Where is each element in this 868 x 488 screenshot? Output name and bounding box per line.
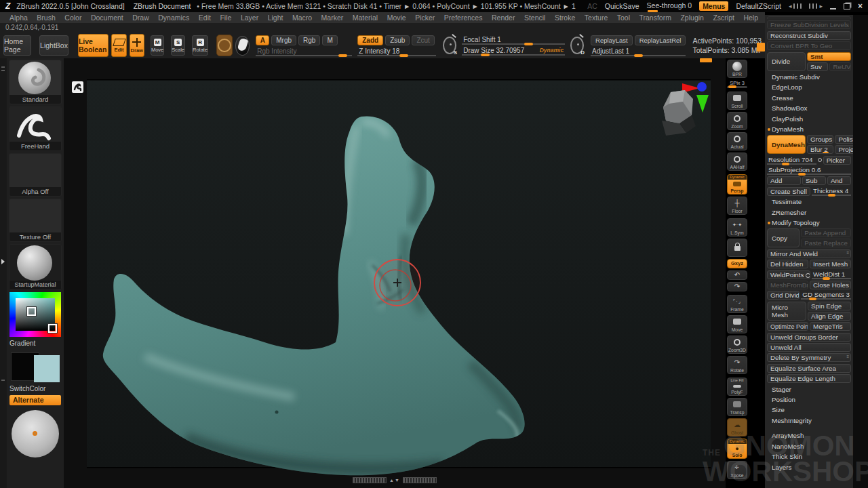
scale-button[interactable]: S Scale (171, 35, 185, 56)
draw-size-preview-sphere[interactable] (12, 410, 59, 458)
section-array-mesh[interactable]: ArrayMesh (767, 431, 851, 440)
menu-stencil[interactable]: Stencil (524, 14, 546, 22)
ghost-toggle[interactable]: ☁ Ghost (727, 418, 747, 436)
transparency-toggle[interactable]: Transp (727, 398, 747, 416)
stroke-type-indicator-icon[interactable] (72, 81, 83, 93)
z-intensity-slider[interactable]: Z Intensity 18 (357, 47, 436, 56)
gxyz-toggle[interactable]: Gxyz (727, 259, 747, 268)
unweld-groups-border-button[interactable]: Unweld Groups Border (767, 333, 851, 342)
move-button[interactable]: M Move (151, 35, 164, 56)
solo-toggle[interactable]: Dynamic ● Solo (727, 439, 747, 459)
camera-lock-button[interactable] (727, 239, 747, 257)
divide-button[interactable]: Divide (767, 52, 806, 71)
resolution-slider[interactable]: Resolution 704 (767, 156, 816, 165)
grid-divide-button[interactable]: Grid Divide (767, 291, 800, 300)
section-tessimate[interactable]: Tessimate (767, 197, 851, 206)
section-shadowbox[interactable]: ShadowBox (767, 104, 851, 113)
del-hidden-button[interactable]: Del Hidden (767, 260, 808, 268)
tray-expand-arrow-icon[interactable] (1, 259, 5, 264)
thickness-slider[interactable]: Thickness 4 (812, 187, 851, 196)
freeze-subdivision-button[interactable]: Freeze SubDivision Levels (767, 20, 851, 29)
adjust-last-slider[interactable]: AdjustLast 1 (591, 47, 686, 56)
section-claypolish[interactable]: ClayPolish (767, 115, 851, 123)
equalize-surface-area-button[interactable]: Equalize Surface Area (767, 364, 851, 373)
undo-camera-button[interactable]: ↶ (727, 270, 747, 280)
mrgb-button[interactable]: Mrgb (271, 35, 296, 45)
close-button[interactable]: × (858, 3, 863, 9)
weld-toggle-icon[interactable] (806, 273, 810, 278)
lightbox-button[interactable]: LightBox (39, 35, 68, 56)
section-dynamesh[interactable]: DynaMesh (767, 125, 851, 134)
bpr-button[interactable]: BPR (727, 60, 747, 78)
menu-dynamics[interactable]: Dynamics (158, 14, 189, 22)
divider-left-icon[interactable]: ◂ (789, 3, 802, 9)
rotate-canvas-button[interactable]: ↷ Rotate (727, 356, 747, 374)
delete-by-symmetry-button[interactable]: Delete By Symmetry≡ (767, 353, 851, 362)
gd-segments-slider[interactable]: GD Segments 3 (801, 291, 851, 300)
alternate-button[interactable]: Alternate (9, 395, 61, 405)
quicksave-button[interactable]: QuickSave (605, 2, 639, 10)
stroke-size-dial-icon[interactable]: S (443, 37, 456, 54)
convert-bpr-button[interactable]: Convert BPR To Geo (767, 41, 851, 50)
default-zscript-button[interactable]: DefaultZScript (736, 2, 781, 10)
home-page-button[interactable]: Home Page (3, 35, 31, 56)
zoom-button[interactable]: Zoom (727, 112, 747, 130)
micro-mesh-button[interactable]: Micro Mesh (767, 302, 806, 321)
section-modify-topology[interactable]: Modify Topology (767, 218, 851, 227)
paste-append-button[interactable]: Paste Append (801, 228, 851, 237)
panel-scroll-strip[interactable] (853, 15, 868, 488)
persp-toggle[interactable]: Dynamic Persp (727, 174, 747, 195)
menu-movie[interactable]: Movie (387, 14, 406, 22)
zadd-button[interactable]: Zadd (357, 35, 383, 45)
material-thumbnail-startup[interactable]: StartupMaterial (9, 244, 62, 290)
canvas-scrollbar[interactable]: ▲▼ (353, 477, 437, 483)
panel-divider-handle[interactable] (757, 43, 765, 52)
scrollbar-right-bar[interactable] (403, 477, 437, 483)
merge-tris-button[interactable]: MergeTris (810, 322, 851, 331)
and-toggle[interactable]: And (827, 176, 851, 185)
unweld-all-button[interactable]: Unweld All (767, 343, 851, 352)
local-symmetry-toggle[interactable]: ✦·✦ L.Sym (727, 218, 747, 237)
menu-material[interactable]: Material (353, 14, 378, 22)
section-position[interactable]: Position (767, 395, 851, 404)
create-shell-button[interactable]: Create Shell (767, 187, 810, 196)
secondary-color-swatch[interactable] (34, 355, 60, 382)
menu-edit[interactable]: Edit (199, 14, 211, 22)
actual-button[interactable]: Actual (727, 132, 747, 150)
edit-button[interactable]: Edit (111, 34, 126, 57)
draw-size-slider[interactable]: Draw Size 32.70957 Dynamic (462, 47, 565, 56)
document-canvas[interactable]: ▲▼ (64, 58, 726, 488)
section-edgeloop[interactable]: EdgeLoop (767, 83, 851, 92)
section-nano-mesh[interactable]: NanoMesh (767, 442, 851, 451)
frame-button[interactable]: ⌜·⌟ Frame (727, 295, 747, 313)
left-tray-strip[interactable] (0, 58, 7, 488)
menu-help[interactable]: Help (743, 14, 758, 22)
paste-replace-button[interactable]: Paste Replace (801, 239, 851, 247)
menu-picker[interactable]: Picker (415, 14, 435, 22)
menu-light[interactable]: Light (268, 14, 283, 22)
scroll-button[interactable]: Scroll (727, 92, 747, 110)
scrollbar-arrows-icon[interactable]: ▲▼ (389, 478, 400, 483)
section-mesh-integrity[interactable]: MeshIntegrity (767, 416, 851, 425)
switch-color-swatches[interactable] (9, 350, 61, 382)
menu-zscript[interactable]: Zscript (713, 14, 734, 22)
redo-camera-button[interactable]: ↷ (727, 282, 747, 291)
rgb-intensity-slider[interactable]: Rgb Intensity (256, 47, 352, 56)
draw-dynamic-dial-icon[interactable]: D (570, 37, 584, 54)
aahalf-button[interactable]: AAHalf (727, 152, 747, 171)
menu-marker[interactable]: Marker (321, 14, 344, 22)
floor-toggle[interactable]: ┼ Floor (727, 197, 747, 215)
menu-macro[interactable]: Macro (292, 14, 312, 22)
canvas-divider-handle[interactable] (700, 58, 712, 62)
section-thick-skin[interactable]: Thick Skin (767, 452, 851, 461)
see-through-slider[interactable]: See-through 0 (647, 1, 692, 11)
sub-toggle[interactable]: Sub (802, 176, 826, 185)
brush-thumbnail-standard[interactable]: Standard (9, 60, 62, 104)
menu-draw[interactable]: Draw (132, 14, 149, 22)
scrollbar-left-bar[interactable] (353, 477, 387, 483)
menu-brush[interactable]: Brush (37, 14, 55, 22)
mirror-and-weld-button[interactable]: Mirror And Weld≡ (767, 249, 851, 258)
align-edge-button[interactable]: Align Edge (808, 312, 851, 321)
move-canvas-button[interactable]: Move (727, 315, 747, 333)
minimize-button[interactable] (830, 8, 836, 9)
